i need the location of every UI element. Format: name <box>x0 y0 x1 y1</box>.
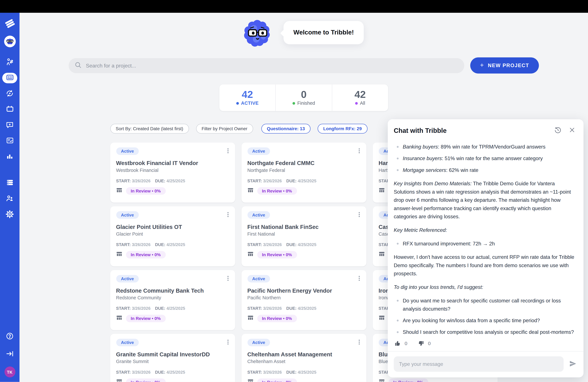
due-label: DUE: <box>155 179 165 183</box>
card-footer: In Review • 0% <box>247 315 360 322</box>
chat-title: Chat with Tribble <box>394 127 547 134</box>
kebab-icon <box>225 213 231 219</box>
sidebar-item-calendar[interactable] <box>2 104 17 115</box>
close-icon <box>569 127 575 134</box>
card-menu-button[interactable] <box>355 338 363 348</box>
project-title: First National Bank FinSec <box>247 224 360 230</box>
progress-chip[interactable]: In Review • 0% <box>126 187 166 195</box>
sidebar-item-analytics[interactable] <box>2 152 17 162</box>
project-card[interactable]: Active First National Bank FinSec First … <box>241 206 366 266</box>
sidebar-bottom: TK <box>2 331 17 377</box>
project-client: Pacific Northern <box>247 295 360 300</box>
questionnaire-chip[interactable]: Questionnaire: 13 <box>261 124 311 134</box>
due-label: DUE: <box>286 242 297 247</box>
send-button[interactable] <box>568 359 577 369</box>
search-box[interactable] <box>69 58 464 73</box>
longform-rfx-chip[interactable]: Longform RFx: 29 <box>318 124 368 134</box>
card-menu-button[interactable] <box>224 274 232 284</box>
project-dates: START: 3/26/2026 DUE: 4/25/2025 <box>247 242 360 247</box>
kebab-icon <box>225 149 231 155</box>
start-label: START: <box>247 242 262 247</box>
start-date: 3/26/2026 <box>263 179 282 183</box>
project-card[interactable]: Active Glacier Point Utilities OT Glacie… <box>110 206 235 266</box>
thumbs-up-button[interactable] <box>394 340 402 347</box>
project-client: Glacier Point <box>116 232 229 237</box>
project-card[interactable]: Active Redstone Community Bank Tech Reds… <box>110 270 235 330</box>
sidebar-item-agents[interactable] <box>2 57 17 67</box>
table-icon <box>378 187 385 195</box>
progress-chip[interactable]: In Review • 0% <box>126 379 166 382</box>
sidebar-item-review[interactable] <box>2 136 17 146</box>
project-card[interactable]: Active Northgate Federal CMMC Northgate … <box>241 143 366 202</box>
project-dates: START: 3/26/2026 DUE: 4/25/2025 <box>247 179 360 183</box>
project-title: Cheltenham Asset Management <box>247 351 360 358</box>
stat-finished[interactable]: 0 Finished <box>275 85 332 111</box>
project-card[interactable]: Active Pacific Northern Energy Vendor Pa… <box>241 270 366 330</box>
mascot-avatar-icon[interactable] <box>4 36 16 47</box>
project-title: Westbrook Financial IT Vendor <box>116 160 229 166</box>
chat-message-input[interactable] <box>394 356 564 372</box>
logout-button[interactable] <box>2 349 17 359</box>
project-dates: START: 3/26/2026 DUE: 4/25/2025 <box>247 370 360 375</box>
project-title: Northgate Federal CMMC <box>247 160 360 166</box>
stat-all[interactable]: 42 All <box>332 85 388 111</box>
project-dates: START: 3/26/2026 DUE: 4/25/2025 <box>116 306 229 311</box>
sidebar-item-projects[interactable] <box>2 73 17 83</box>
progress-chip[interactable]: In Review • 0% <box>257 251 297 258</box>
project-client: Westbrook Financial <box>116 168 229 173</box>
table-icon <box>378 379 385 382</box>
thumbs-down-button[interactable] <box>417 340 425 347</box>
project-title: Granite Summit Capital InvestorDD <box>116 351 229 358</box>
project-card[interactable]: Active Granite Summit Capital InvestorDD… <box>110 334 235 382</box>
filter-owner-chip[interactable]: Filter by Project Owner <box>196 124 253 134</box>
chat-bullet-list: Do you want me to search for specific cu… <box>394 297 576 337</box>
chat-paragraph: To dig into your loss trends, I'd sugges… <box>394 283 576 292</box>
start-label: START: <box>116 179 131 183</box>
sidebar-item-users[interactable] <box>2 194 17 204</box>
sidebar: TK <box>0 13 20 382</box>
profile-avatar[interactable]: TK <box>4 366 15 377</box>
tribble-mascot-icon <box>244 20 271 48</box>
project-card[interactable]: Active Cheltenham Asset Management Chelt… <box>241 334 366 382</box>
chat-bullet-item: RFX turnaround improvement: 72h → 2h <box>394 240 576 248</box>
progress-chip[interactable]: In Review • 0% <box>126 315 166 322</box>
card-menu-button[interactable] <box>224 146 232 156</box>
card-menu-button[interactable] <box>224 338 232 348</box>
stat-active[interactable]: 42 ACTIVE <box>219 85 275 111</box>
finished-dot <box>292 102 295 105</box>
sidebar-item-settings[interactable] <box>2 209 17 220</box>
chat-messages: Banking buyers: 89% win rate for TPRM/Ve… <box>388 138 583 339</box>
due-date: 4/25/2025 <box>167 179 185 183</box>
new-project-button[interactable]: + NEW PROJECT <box>470 57 539 74</box>
tribble-logo-icon[interactable] <box>5 19 15 29</box>
status-badge: Active <box>116 339 139 346</box>
project-card[interactable]: Active Westbrook Financial IT Vendor Wes… <box>110 143 235 202</box>
sidebar-item-sync[interactable] <box>2 88 17 99</box>
due-label: DUE: <box>286 179 297 183</box>
table-icon <box>116 251 122 258</box>
chat-history-button[interactable] <box>554 126 562 135</box>
sidebar-item-content[interactable] <box>2 178 17 188</box>
progress-chip[interactable]: In Review • 0% <box>126 251 166 258</box>
start-label: START: <box>247 370 262 375</box>
help-button[interactable] <box>2 331 17 342</box>
chat-bullet-item: Are you looking for win/loss data from a… <box>394 317 576 325</box>
card-menu-button[interactable] <box>355 274 363 284</box>
people-icon <box>5 194 14 203</box>
table-icon <box>378 251 385 258</box>
sidebar-item-chat[interactable] <box>2 120 17 130</box>
card-menu-button[interactable] <box>224 210 232 220</box>
card-menu-button[interactable] <box>355 210 363 220</box>
progress-chip[interactable]: In Review • 0% <box>257 379 297 382</box>
start-date: 3/26/2026 <box>132 242 150 247</box>
progress-chip[interactable]: In Review • 0% <box>388 379 428 382</box>
table-icon <box>247 251 253 258</box>
chat-close-button[interactable] <box>568 126 576 135</box>
card-menu-button[interactable] <box>355 146 363 156</box>
start-date: 3/26/2026 <box>263 370 282 375</box>
sort-by-chip[interactable]: Sort By: Created Date (latest first) <box>110 124 189 134</box>
plus-icon: + <box>480 62 484 69</box>
search-input[interactable] <box>85 62 458 69</box>
progress-chip[interactable]: In Review • 0% <box>257 315 297 322</box>
progress-chip[interactable]: In Review • 0% <box>257 187 297 195</box>
